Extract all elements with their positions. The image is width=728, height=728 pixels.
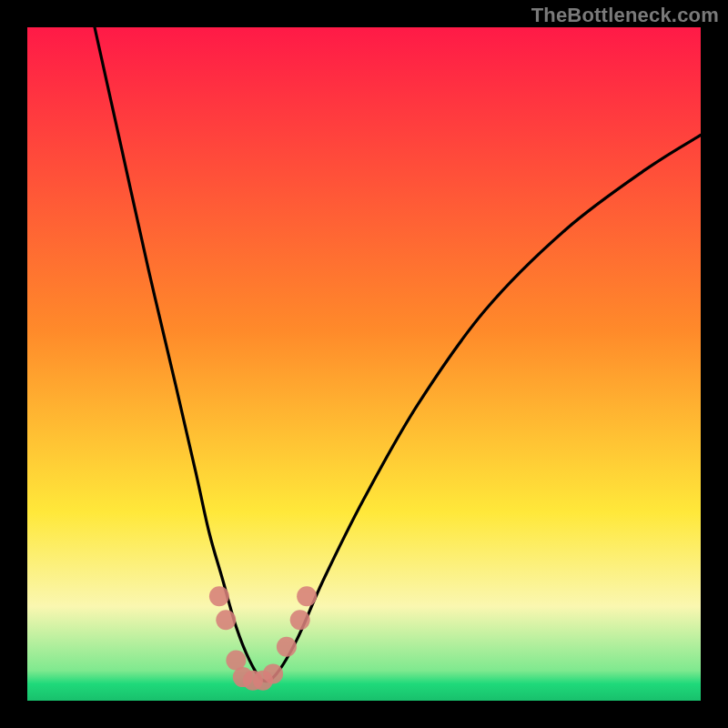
heatmap-gradient-bg: [27, 27, 701, 701]
outer-black-frame: TheBottleneck.com: [0, 0, 728, 728]
plot-area: [27, 27, 701, 701]
watermark-text: TheBottleneck.com: [531, 4, 719, 27]
svg-rect-0: [27, 27, 701, 701]
